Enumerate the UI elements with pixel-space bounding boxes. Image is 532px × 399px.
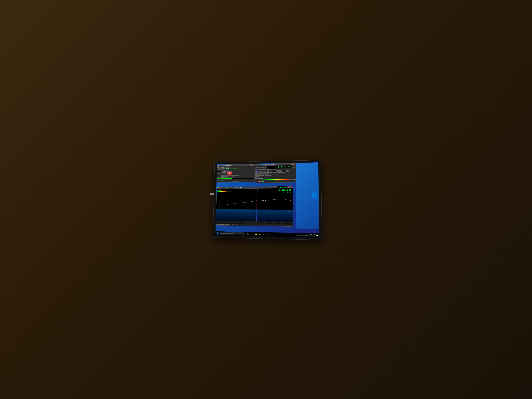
volume-bar[interactable] (259, 179, 289, 180)
swfm-btn[interactable]: SWFM (266, 172, 270, 173)
wbn-btn[interactable]: WBN (278, 172, 281, 173)
bias-t-btn[interactable]: BIAS-T (221, 177, 224, 178)
ha-label[interactable]: HA (221, 165, 222, 166)
stop-button[interactable]: STOP (227, 172, 232, 175)
notch-btn[interactable]: NOTCH (278, 170, 282, 171)
file-explorer-btn[interactable]: 📁 (254, 232, 258, 236)
mode-usb-btn[interactable]: USB (269, 169, 272, 170)
filter-label: FILTER (270, 171, 272, 171)
rx-minimize-btn[interactable]: _ (291, 164, 292, 165)
hz-btn[interactable]: H Z (221, 175, 223, 177)
spwf-view-btn[interactable]: SP+WF (222, 224, 225, 225)
rx-close-btn[interactable]: × (294, 164, 295, 165)
mode-fm-btn[interactable]: FM (260, 169, 262, 170)
mode-cw-btn[interactable]: CW (262, 169, 264, 170)
ncr1-btn[interactable]: NCR1 (286, 170, 289, 171)
edge-browser-btn[interactable]: e (251, 232, 254, 236)
rdsw-label[interactable]: RSYN1 (259, 164, 262, 165)
svg-text:-40: -40 (219, 195, 220, 195)
rec-panel-btn[interactable]: REC PANEL (225, 166, 230, 168)
rx-maximize-btn[interactable]: □ (292, 164, 294, 165)
taskbar-clock[interactable]: 3:17 PM 8/11/2019 (309, 234, 315, 237)
bw-display: 8006 (283, 170, 285, 172)
taskbar-search-bar[interactable]: 🔍 Type here to search (220, 232, 245, 235)
ba-b-btn[interactable]: B A > B (259, 172, 263, 173)
fm-mode-label: FM MODE (263, 171, 266, 171)
mode-dsb-btn[interactable]: DSB (264, 169, 267, 170)
cwafc-btn[interactable]: CWAFC (255, 173, 259, 175)
exw-label[interactable]: HCTR (262, 164, 265, 165)
ncr4-btn[interactable]: NCR4 (268, 175, 271, 176)
svg-rect-34 (223, 211, 225, 211)
minimize-btn[interactable]: _ (250, 164, 251, 165)
sp2-btn[interactable]: SP2 (221, 168, 223, 169)
diff-btn[interactable]: DIFF (262, 175, 264, 176)
20k-btn[interactable]: 20K (275, 172, 278, 173)
notification-btn[interactable]: 💬 (316, 234, 319, 237)
task-view-btn[interactable]: ⬛ (246, 232, 249, 236)
store-btn[interactable]: ⊞ (266, 233, 269, 236)
11k-btn[interactable]: 11K (273, 172, 275, 173)
mode-sam-btn[interactable]: SAM (258, 169, 260, 170)
enter-button[interactable]: Enter (261, 181, 264, 182)
decimation-label: 1 DECIMATION (217, 172, 221, 174)
lip-btn[interactable]: LIP (232, 176, 234, 178)
ncr3-btn[interactable]: NCR3 (266, 173, 269, 175)
start-logo (216, 232, 219, 234)
min-pan-btn[interactable]: MIN PAN (259, 178, 263, 179)
zap-btn[interactable]: ZAP (270, 172, 272, 173)
vfo-a-btn[interactable]: VFO-A (255, 171, 259, 172)
dab-btn[interactable]: DAB (236, 175, 239, 176)
svg-rect-35 (229, 212, 231, 212)
sdr-main-content: OPT SCANNER REC PANEL RSPduo MODE Final … (217, 166, 255, 182)
add-vrx-btn[interactable]: ADD VRX (222, 171, 226, 172)
ld-lock-btn[interactable]: LD LOCK (227, 171, 232, 172)
security-btn[interactable]: 🔒 (258, 233, 262, 236)
sp-minimize-btn[interactable]: _ (288, 187, 289, 188)
mode-digital-btn[interactable]: DIGITAL (272, 169, 276, 170)
sp1-btn[interactable]: SP1 (218, 168, 221, 170)
qms-btn[interactable]: QMS (255, 175, 258, 176)
nr-btn[interactable]: NR (260, 173, 262, 175)
opt-btn[interactable]: OPT (217, 167, 220, 168)
wfm-btn[interactable]: WFM (263, 172, 266, 173)
sp-view-btn[interactable]: SP (216, 224, 219, 225)
sqlc-btn[interactable]: SQLC (255, 178, 259, 179)
del-vrx-btn[interactable]: DEL VRX (222, 172, 226, 174)
s0ohm-btn[interactable]: 50 ohm (223, 175, 227, 176)
rx-btn[interactable]: RX (223, 168, 226, 169)
single-btn[interactable]: SINGLE (226, 168, 229, 169)
nboff-btn[interactable]: NBOFF (262, 173, 266, 175)
mail-btn[interactable]: ✉ (262, 233, 265, 236)
scanner-btn[interactable]: SCANNER (220, 167, 225, 168)
usb-cable (210, 193, 214, 195)
s0ohm2-btn[interactable]: 50 ohm (225, 177, 228, 178)
mute-btn[interactable]: MUTE (255, 176, 259, 178)
nb-btn[interactable]: NB (276, 170, 278, 172)
med-btn[interactable]: MED (289, 179, 292, 180)
tray-icon-battery: 🔊 (304, 234, 306, 236)
wf-view-btn[interactable]: WF (219, 224, 221, 225)
slow-btn[interactable]: SLOW (292, 179, 296, 180)
ncr2-btn[interactable]: NCR2 (281, 172, 285, 173)
start-button[interactable] (216, 232, 219, 235)
tablet-screen: SETT. HA SDRuno MAIN V 1.32 _ □ × (215, 162, 319, 238)
mode-lsb-btn[interactable]: LSB (267, 169, 269, 170)
maximize-btn[interactable]: □ (251, 164, 253, 165)
sp-maximize-btn[interactable]: □ (289, 187, 291, 188)
vfo-b-btn[interactable]: VFO B (255, 172, 259, 173)
system-tray: 👤 ▲ ☁ ⊡ ⊠ 🔊 ⌨ 3:17 PM 8/11/2019 💬 (296, 233, 319, 237)
qmr-btn[interactable]: QMR (259, 175, 261, 176)
close-btn[interactable]: × (253, 164, 254, 165)
mode-am-btn[interactable]: AM (256, 169, 258, 170)
clear-button[interactable]: Clear (258, 181, 261, 182)
fast-btn[interactable]: FAST (265, 175, 268, 176)
s-meter-bar: 12345678 (217, 191, 232, 192)
sp-close-btn[interactable]: × (291, 187, 292, 188)
window-controls: _ □ × (250, 164, 254, 165)
vfo-ab-btn[interactable]: A > B (259, 171, 262, 172)
mwfm-btn[interactable]: MW/FM (232, 175, 236, 176)
combo-view-btn[interactable]: COMBO (226, 224, 229, 225)
notches-btn[interactable]: NOTCHES (227, 175, 232, 176)
nh-btn[interactable]: NH (267, 171, 269, 172)
